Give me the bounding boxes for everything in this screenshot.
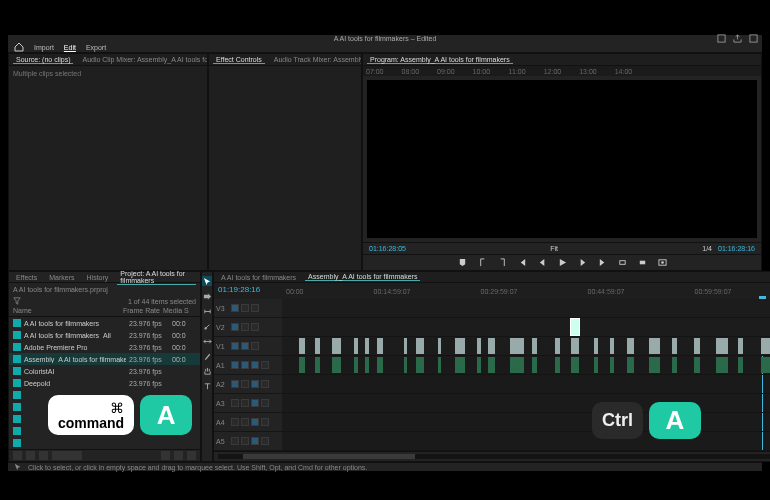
track-toggle[interactable] [251, 418, 259, 426]
program-scale[interactable]: 1/4 [702, 245, 712, 252]
clip[interactable] [716, 357, 728, 373]
track-toggle[interactable] [251, 342, 259, 350]
track-toggle[interactable] [251, 399, 259, 407]
export-frame-icon[interactable] [657, 258, 667, 268]
hand-tool-icon[interactable] [202, 366, 212, 376]
clip[interactable] [694, 338, 700, 354]
workspace-import[interactable]: Import [34, 44, 54, 51]
clip[interactable] [365, 338, 369, 354]
track-toggle[interactable] [251, 361, 259, 369]
clip[interactable] [438, 338, 441, 354]
clip[interactable] [738, 357, 742, 373]
step-fwd-icon[interactable] [577, 258, 587, 268]
clip[interactable] [555, 338, 561, 354]
minimize-icon[interactable] [716, 34, 726, 44]
clip[interactable] [315, 357, 319, 373]
clip[interactable] [354, 338, 357, 354]
add-marker-icon[interactable] [457, 258, 467, 268]
track-toggle[interactable] [261, 437, 269, 445]
track-toggle[interactable] [251, 304, 259, 312]
track-header-v2[interactable]: V2 [214, 318, 282, 337]
track-toggle[interactable] [241, 323, 249, 331]
timeline-timecode[interactable]: 01:19:28:16 [218, 285, 278, 294]
tab-markers[interactable]: Markers [46, 274, 77, 281]
clip[interactable] [627, 357, 634, 373]
track-header-v1[interactable]: V1 [214, 337, 282, 356]
clip[interactable] [555, 357, 561, 373]
track-toggle[interactable] [231, 323, 239, 331]
track-toggle[interactable] [261, 361, 269, 369]
clip[interactable] [571, 357, 579, 373]
clip[interactable] [365, 357, 369, 373]
clip[interactable] [299, 338, 306, 354]
track-toggle[interactable] [241, 342, 249, 350]
zoom-slider[interactable] [52, 451, 82, 460]
new-bin-icon[interactable] [161, 451, 170, 460]
clip[interactable] [377, 338, 383, 354]
clip[interactable] [488, 338, 495, 354]
clip[interactable] [761, 357, 770, 373]
tab-effect-controls[interactable]: Effect Controls [213, 56, 265, 64]
lift-icon[interactable] [617, 258, 627, 268]
list-view-icon[interactable] [13, 451, 22, 460]
home-icon[interactable] [14, 42, 24, 52]
ripple-tool-icon[interactable] [202, 306, 212, 316]
project-row[interactable]: A AI tools for filmmakers_All 23.976 fps… [9, 329, 200, 341]
clip[interactable] [332, 357, 341, 373]
clip[interactable] [477, 338, 481, 354]
clip[interactable] [594, 338, 598, 354]
lane-v1[interactable] [282, 337, 770, 356]
track-toggle[interactable] [241, 304, 249, 312]
track-toggle[interactable] [241, 399, 249, 407]
slip-tool-icon[interactable] [202, 336, 212, 346]
track-toggle[interactable] [251, 437, 259, 445]
track-toggle[interactable] [261, 380, 269, 388]
clip[interactable] [455, 338, 465, 354]
lane-v3[interactable] [282, 299, 770, 318]
track-select-tool-icon[interactable] [202, 291, 212, 301]
timeline-ruler[interactable]: 00:00 00:14:59:07 00:29:59:07 00:44:59:0… [282, 283, 770, 299]
tab-program[interactable]: Program: Assembly_A AI tools for filmmak… [367, 56, 513, 64]
col-framerate[interactable]: Frame Rate [123, 307, 163, 316]
clip[interactable] [315, 338, 319, 354]
program-fit[interactable]: Fit [550, 245, 558, 252]
clip[interactable] [488, 357, 495, 373]
clip[interactable] [332, 338, 341, 354]
track-toggle[interactable] [241, 361, 249, 369]
clip[interactable] [455, 357, 465, 373]
track-toggle[interactable] [241, 380, 249, 388]
clip[interactable] [594, 357, 598, 373]
scrollbar-thumb[interactable] [243, 454, 416, 459]
new-item-icon[interactable] [174, 451, 183, 460]
track-toggle[interactable] [231, 361, 239, 369]
clip[interactable] [404, 338, 407, 354]
icon-view-icon[interactable] [26, 451, 35, 460]
clip[interactable] [627, 338, 634, 354]
tab-audio-clip-mixer[interactable]: Audio Clip Mixer: Assembly_A AI tools fo… [79, 56, 207, 63]
project-row[interactable]: ColoristAI 23.976 fps [9, 365, 200, 377]
trash-icon[interactable] [187, 451, 196, 460]
track-header-a2[interactable]: A2 [214, 375, 282, 394]
fullscreen-icon[interactable] [748, 34, 758, 44]
mark-in-icon[interactable] [477, 258, 487, 268]
play-icon[interactable] [557, 258, 567, 268]
tab-source[interactable]: Source: (no clips) [13, 56, 73, 64]
clip[interactable] [738, 338, 742, 354]
track-toggle[interactable] [251, 323, 259, 331]
razor-tool-icon[interactable] [202, 321, 212, 331]
track-header-a5[interactable]: A5 [214, 432, 282, 451]
project-row[interactable]: Assembly_A AI tools for filmmakers 23.97… [9, 353, 200, 365]
timeline-hscroll[interactable] [218, 454, 770, 459]
timeline-tab-0[interactable]: A AI tools for filmmakers [218, 274, 299, 281]
clip-selected[interactable] [571, 319, 579, 335]
tab-history[interactable]: History [84, 274, 112, 281]
clip[interactable] [649, 338, 660, 354]
lane-a1[interactable] [282, 356, 770, 375]
clip[interactable] [532, 338, 536, 354]
clip[interactable] [571, 338, 579, 354]
track-toggle[interactable] [261, 418, 269, 426]
selection-tool-icon[interactable] [202, 276, 212, 286]
clip[interactable] [510, 338, 524, 354]
clip[interactable] [416, 338, 424, 354]
project-row[interactable]: Deepold 23.976 fps [9, 377, 200, 389]
